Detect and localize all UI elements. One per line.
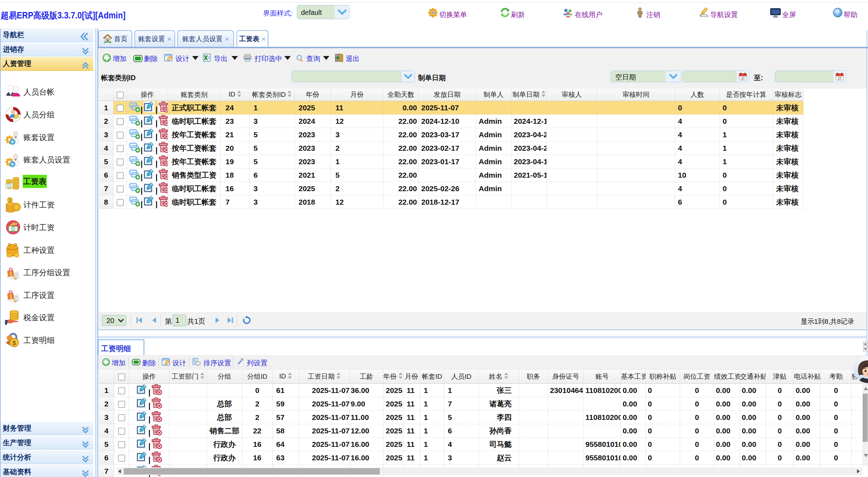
svg-text:17: 17 xyxy=(838,76,841,80)
svg-text:?: ? xyxy=(836,9,839,16)
svg-text:17: 17 xyxy=(741,76,745,80)
svg-text:$: $ xyxy=(9,198,11,202)
svg-text:$: $ xyxy=(12,340,16,346)
